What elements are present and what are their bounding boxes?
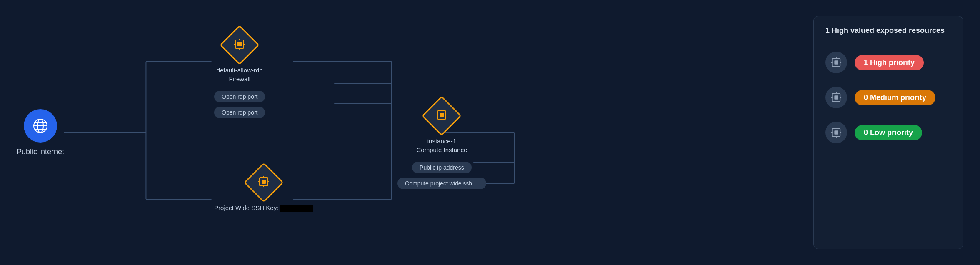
redacted-value bbox=[280, 205, 313, 212]
medium-priority-badge: 0 Medium priority bbox=[855, 90, 935, 105]
medium-priority-icon-circle bbox=[825, 87, 847, 108]
firewall-diamond bbox=[223, 28, 256, 62]
firewall-label: default-allow-rdp Firewall bbox=[217, 66, 263, 83]
public-internet-node: Public internet bbox=[17, 109, 64, 156]
medium-priority-row: 0 Medium priority bbox=[825, 87, 951, 108]
ssh-chip-icon bbox=[258, 176, 270, 189]
firewall-chip-icon bbox=[234, 38, 245, 52]
firewall-tag-1: Open rdp port bbox=[214, 91, 265, 102]
panel-title: 1 High valued exposed resources bbox=[825, 26, 951, 35]
low-priority-badge: 0 Low priority bbox=[855, 125, 922, 140]
compute-diamond bbox=[425, 99, 458, 132]
firewall-tag-2: Open rdp port bbox=[214, 107, 265, 118]
svg-rect-41 bbox=[834, 60, 838, 64]
compute-label: instance-1 Compute Instance bbox=[417, 137, 468, 154]
compute-chip-icon bbox=[436, 109, 448, 122]
ssh-diamond bbox=[247, 166, 280, 199]
svg-rect-53 bbox=[834, 130, 838, 134]
low-priority-row: 0 Low priority bbox=[825, 122, 951, 143]
compute-tag-2: Compute project wide ssh ... bbox=[398, 178, 486, 189]
svg-rect-29 bbox=[262, 180, 266, 184]
svg-rect-23 bbox=[238, 42, 242, 46]
firewall-tags: Open rdp port Open rdp port bbox=[214, 91, 265, 118]
high-priority-icon-circle bbox=[825, 52, 847, 73]
ssh-key-node: Project Wide SSH Key: bbox=[214, 166, 313, 212]
right-panel: 1 High valued exposed resources 1 High p… bbox=[813, 16, 963, 249]
svg-rect-47 bbox=[834, 95, 838, 99]
low-priority-icon-circle bbox=[825, 122, 847, 143]
high-priority-badge: 1 High priority bbox=[855, 55, 924, 70]
diagram-container: Public internet bbox=[17, 0, 963, 265]
svg-rect-35 bbox=[440, 113, 444, 117]
compute-node: instance-1 Compute Instance Public ip ad… bbox=[398, 99, 486, 189]
public-internet-icon bbox=[24, 109, 57, 142]
compute-tags: Public ip address Compute project wide s… bbox=[398, 162, 486, 189]
firewall-node: default-allow-rdp Firewall Open rdp port… bbox=[214, 28, 265, 118]
flow-area: default-allow-rdp Firewall Open rdp port… bbox=[64, 0, 801, 265]
high-priority-row: 1 High priority bbox=[825, 52, 951, 73]
compute-tag-1: Public ip address bbox=[412, 162, 472, 173]
public-internet-label: Public internet bbox=[17, 148, 64, 156]
ssh-label: Project Wide SSH Key: bbox=[214, 203, 313, 212]
